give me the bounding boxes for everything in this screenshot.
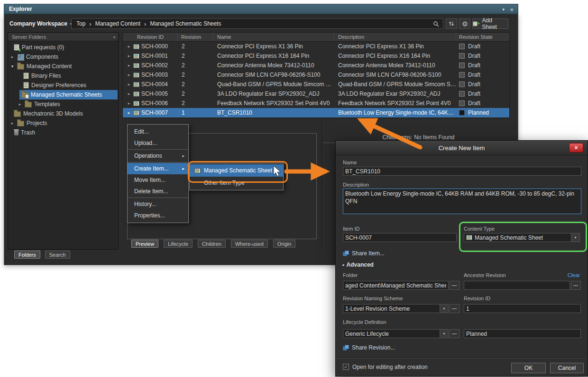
column-header-revision-state[interactable]: Revision State <box>456 33 509 41</box>
dialog-title: Create New Item <box>439 144 485 152</box>
sidebar-item-part-requests[interactable]: Part requests (0) <box>8 43 118 52</box>
expand-icon[interactable]: ▸ <box>127 111 131 115</box>
dialog-close-button[interactable]: × <box>569 143 583 153</box>
pane-divider[interactable] <box>322 119 322 250</box>
tab-children[interactable]: Children <box>198 240 226 248</box>
sidebar-item-mechatronic-3d-models[interactable]: Mechatronic 3D Models <box>8 109 118 118</box>
folder-field[interactable] <box>343 281 449 290</box>
table-row[interactable]: ▸SCH-0001 2 Connector PCI Express X16 16… <box>123 51 509 61</box>
sidebar-item-managed-content[interactable]: ▾ Managed Content <box>8 62 118 71</box>
add-sheet-button[interactable]: Add Sheet <box>472 18 508 29</box>
tab-where-used[interactable]: Where-used <box>231 240 268 248</box>
lifecycle-state-field[interactable] <box>464 329 581 338</box>
tab-preview[interactable]: Preview <box>131 240 158 248</box>
expand-icon[interactable]: ▸ <box>127 73 131 77</box>
server-folders-header[interactable]: Server Folders ▴ <box>8 33 118 41</box>
folder-browse-button[interactable]: ••• <box>450 281 459 290</box>
share-icon <box>343 345 349 350</box>
expand-icon[interactable]: ▸ <box>10 55 15 59</box>
description-field[interactable] <box>343 188 581 214</box>
menu-item-edit[interactable]: Edit... <box>128 126 188 137</box>
expand-icon[interactable]: ▸ <box>10 121 15 126</box>
revision-state-icon <box>459 44 465 49</box>
expand-icon[interactable]: ▸ <box>127 101 131 106</box>
binary-files-icon <box>23 72 29 79</box>
sidebar-item-trash[interactable]: Trash <box>8 128 118 137</box>
column-header-revision[interactable]: Revision <box>178 33 213 41</box>
close-icon[interactable]: × <box>510 4 514 15</box>
dialog-titlebar[interactable]: Create New Item <box>336 141 588 155</box>
projects-icon <box>17 121 24 126</box>
sidebar-item-components[interactable]: ▸ Components <box>8 52 118 62</box>
table-row[interactable]: ▸SCH-0002 2 Connector Antenna Molex 7341… <box>123 61 509 70</box>
settings-button[interactable] <box>459 18 470 29</box>
column-header-description[interactable]: Description <box>334 33 456 41</box>
menu-item-operations[interactable]: Operations▸ <box>128 150 188 162</box>
submenu-item-other-item-type[interactable]: Other Item Type <box>190 177 283 189</box>
table-row[interactable]: ▸SCH-0003 2 Connector SIM LCN CAF98-0620… <box>123 70 509 80</box>
ok-button[interactable]: OK <box>511 363 546 373</box>
revision-naming-browse-button[interactable]: ••• <box>450 304 459 313</box>
tab-folders[interactable]: Folders <box>14 251 40 259</box>
advanced-toggle[interactable]: ◂ Advanced <box>342 261 374 268</box>
sidebar-item-managed-schematic-sheets[interactable]: Managed Schematic Sheets <box>8 90 118 99</box>
breadcrumb[interactable]: Top › Managed Content › Managed Schemati… <box>71 18 443 29</box>
expand-icon[interactable]: ▸ <box>127 82 131 87</box>
cell: 2 <box>178 62 213 69</box>
collapse-icon[interactable]: ▾ <box>10 64 15 69</box>
sync-button[interactable] <box>446 18 457 29</box>
sidebar-item-projects[interactable]: ▸ Projects <box>8 118 118 128</box>
tab-search[interactable]: Search <box>45 251 70 259</box>
table-row[interactable]: ▸SCH-0000 2 Connector PCI Express X1 36 … <box>123 42 509 51</box>
explorer-titlebar[interactable]: Explorer ▾ × <box>4 4 518 14</box>
content-type-select[interactable]: Managed Schematic Sheet ▾ <box>464 233 580 242</box>
revision-id-field[interactable] <box>464 304 581 313</box>
item-id-field[interactable] <box>343 233 457 242</box>
revision-naming-select[interactable]: 1-Level Revision Scheme ▾ <box>343 304 449 313</box>
menu-item-upload[interactable]: Upload... <box>128 137 188 149</box>
name-field[interactable] <box>343 167 581 176</box>
tab-origin[interactable]: Origin <box>273 240 295 248</box>
menu-item-create-item[interactable]: Create Item...▸ <box>128 163 188 174</box>
workspace-selector[interactable]: Company Workspace ▾ <box>9 18 72 29</box>
breadcrumb-item-top[interactable]: Top <box>76 20 85 27</box>
table-row[interactable]: ▸SCH-0005 2 3A LDO Regulator Exar SPX293… <box>123 89 509 99</box>
menu-item-history[interactable]: History... <box>128 198 188 210</box>
column-header-name[interactable]: Name <box>213 33 334 41</box>
table-row-selected[interactable]: ▸SCH-0007 1 BT_CSR1010 Bluetooth Low Ene… <box>123 108 509 117</box>
table-row[interactable]: ▸SCH-0006 2 Feedback Network SPX29302 Se… <box>123 99 509 108</box>
lifecycle-select[interactable]: Generic Lifecycle ▾ <box>343 329 449 338</box>
expand-icon[interactable]: ▸ <box>127 54 131 58</box>
panel-menu-icon[interactable]: ▾ <box>502 4 505 15</box>
share-revision-link[interactable]: Share Revision... <box>343 344 395 351</box>
ancestor-revision-field[interactable] <box>464 281 570 290</box>
expand-icon[interactable]: ▸ <box>127 45 131 49</box>
clear-link[interactable]: Clear <box>568 272 580 278</box>
expand-icon[interactable]: ▸ <box>18 102 22 107</box>
table-row[interactable]: ▸SCH-0004 2 Quad-Band GSM / GPRS Module … <box>123 80 509 89</box>
expand-icon[interactable]: ▸ <box>127 63 131 68</box>
ancestor-browse-button[interactable]: ••• <box>571 281 581 290</box>
chevron-down-icon[interactable]: ▾ <box>440 330 448 338</box>
cancel-button[interactable]: Cancel <box>550 363 584 373</box>
chevron-down-icon[interactable]: ▾ <box>440 305 448 313</box>
expand-icon[interactable]: ▸ <box>127 92 131 96</box>
folder-icon <box>14 111 21 117</box>
menu-item-delete-item[interactable]: Delete Item... <box>128 186 188 197</box>
search-icon[interactable] <box>433 21 439 27</box>
breadcrumb-item-managed-schematic-sheets[interactable]: Managed Schematic Sheets <box>150 20 221 27</box>
chevron-down-icon[interactable]: ▾ <box>571 233 579 242</box>
column-header-revision-id[interactable]: Revision ID <box>123 33 178 41</box>
breadcrumb-item-managed-content[interactable]: Managed Content <box>95 20 140 27</box>
sidebar-item-binary-files[interactable]: Binary Files <box>8 71 118 81</box>
sidebar-item-templates[interactable]: ▸ Templates <box>8 99 118 109</box>
collapse-panel-icon[interactable]: ▴ <box>113 35 115 39</box>
tab-lifecycle[interactable]: Lifecycle <box>164 240 193 248</box>
lifecycle-browse-button[interactable]: ••• <box>450 329 459 338</box>
share-item-link[interactable]: Share Item... <box>343 250 385 257</box>
sidebar-item-designer-preferences[interactable]: Designer Preferences <box>8 81 118 90</box>
open-for-editing-checkbox[interactable]: ✓ <box>343 364 349 370</box>
menu-item-properties[interactable]: Properties... <box>128 210 188 221</box>
submenu-item-managed-schematic-sheet[interactable]: Managed Schematic Sheet <box>190 164 283 177</box>
menu-item-move-item[interactable]: Move Item... <box>128 174 188 186</box>
